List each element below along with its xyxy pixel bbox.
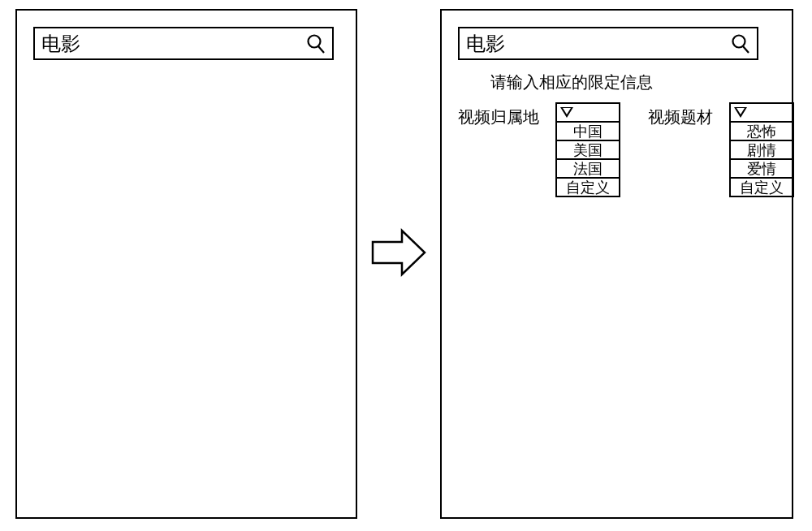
chevron-down-icon bbox=[560, 107, 573, 118]
dropdown-option[interactable]: 法国 bbox=[555, 160, 620, 179]
search-icon[interactable] bbox=[731, 33, 750, 54]
filter-region-dropdown[interactable]: 中国 美国 法国 自定义 bbox=[555, 102, 620, 197]
screen-before: 电影 bbox=[15, 9, 357, 519]
search-input-value: 电影 bbox=[41, 34, 80, 54]
svg-marker-2 bbox=[373, 231, 425, 274]
dropdown-option[interactable]: 恐怖 bbox=[729, 123, 794, 141]
filter-genre-label: 视频题材 bbox=[648, 106, 713, 128]
transition-arrow-icon bbox=[371, 227, 428, 278]
svg-point-0 bbox=[309, 35, 321, 47]
dropdown-option[interactable]: 剧情 bbox=[729, 141, 794, 160]
search-icon[interactable] bbox=[306, 33, 326, 54]
search-bar[interactable]: 电影 bbox=[33, 27, 334, 60]
screen-after: 电影 请输入相应的限定信息 视频归属地 中国 美国 法国 自定义 视频题材 恐怖… bbox=[440, 9, 793, 519]
search-bar[interactable]: 电影 bbox=[458, 27, 758, 60]
svg-line-1 bbox=[318, 46, 324, 53]
dropdown-toggle[interactable] bbox=[729, 102, 794, 123]
dropdown-option[interactable]: 自定义 bbox=[729, 179, 794, 197]
dropdown-option[interactable]: 爱情 bbox=[729, 160, 794, 179]
dropdown-option[interactable]: 美国 bbox=[555, 141, 620, 160]
filter-prompt: 请输入相应的限定信息 bbox=[490, 71, 653, 93]
filter-region-label: 视频归属地 bbox=[458, 106, 539, 128]
chevron-down-icon bbox=[734, 107, 747, 118]
dropdown-option[interactable]: 中国 bbox=[555, 123, 620, 141]
filter-genre-dropdown[interactable]: 恐怖 剧情 爱情 自定义 bbox=[729, 102, 794, 197]
dropdown-toggle[interactable] bbox=[555, 102, 620, 123]
svg-point-3 bbox=[733, 35, 745, 47]
dropdown-option[interactable]: 自定义 bbox=[555, 179, 620, 197]
search-input-value: 电影 bbox=[466, 34, 505, 54]
svg-line-4 bbox=[743, 46, 749, 53]
